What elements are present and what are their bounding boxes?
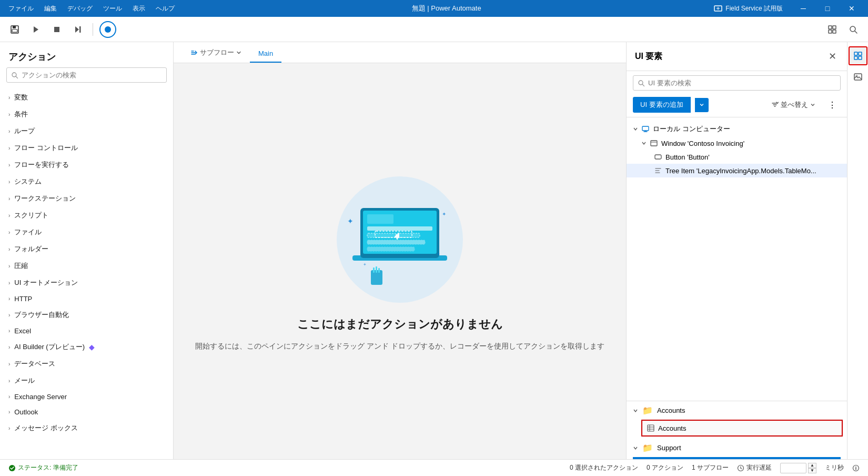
actions-count-status: 0 アクション: [647, 463, 683, 472]
menu-tools[interactable]: ツール: [99, 2, 126, 15]
action-message-box[interactable]: › メッセージ ボックス: [0, 420, 173, 437]
canvas-empty-description: 開始するには、このペインにアクションをドラッグ アンド ドロップするか、レコーダ…: [195, 341, 604, 352]
menu-file[interactable]: ファイル: [4, 2, 38, 15]
actions-search-container[interactable]: [6, 67, 167, 83]
action-run-flow[interactable]: › フローを実行する: [0, 156, 173, 173]
maximize-button[interactable]: □: [815, 0, 840, 17]
ui-panel-close-button[interactable]: ✕: [826, 48, 839, 64]
chevron-icon: ›: [8, 328, 10, 334]
selected-actions-status: 0 選択されたアクション: [570, 463, 638, 472]
svg-rect-17: [367, 226, 432, 231]
delay-info-icon[interactable]: [852, 464, 860, 472]
sort-icon: [771, 101, 779, 108]
step-button[interactable]: [69, 21, 86, 38]
svg-rect-36: [859, 52, 862, 55]
action-conditions[interactable]: › 条件: [0, 106, 173, 123]
search-button[interactable]: [845, 21, 862, 38]
expand-icon: [641, 141, 647, 146]
actions-search-input[interactable]: [22, 71, 162, 79]
delay-increment-button[interactable]: ▲: [808, 463, 816, 468]
action-flow-control[interactable]: › フロー コントロール: [0, 140, 173, 156]
elements-icon[interactable]: [824, 21, 841, 38]
svg-rect-27: [373, 267, 375, 273]
more-options-button[interactable]: ⋮: [824, 98, 841, 112]
save-button[interactable]: [6, 21, 23, 38]
minimize-button[interactable]: ─: [791, 0, 815, 17]
action-system[interactable]: › システム: [0, 173, 173, 190]
svg-rect-19: [367, 240, 425, 244]
window-title: 無題 | Power Automate: [189, 4, 703, 13]
svg-point-44: [855, 466, 856, 467]
action-workstation[interactable]: › ワークステーション: [0, 190, 173, 207]
action-outlook[interactable]: › Outlook: [0, 404, 173, 420]
action-ui-automation[interactable]: › UI オートメーション: [0, 274, 173, 291]
action-file[interactable]: › ファイル: [0, 224, 173, 241]
menu-help[interactable]: ヘルプ: [152, 2, 179, 15]
add-ui-element-button[interactable]: UI 要素の追加: [633, 97, 691, 113]
folder-icon: 📁: [642, 405, 653, 415]
svg-rect-29: [378, 268, 380, 273]
support-folder[interactable]: 📁 Support: [627, 439, 847, 457]
action-excel[interactable]: › Excel: [0, 323, 173, 339]
main-tab[interactable]: Main: [250, 45, 281, 63]
action-database[interactable]: › データベース: [0, 355, 173, 372]
chevron-icon: ›: [8, 280, 10, 286]
action-variables[interactable]: › 変数: [0, 89, 173, 106]
action-ai-builder[interactable]: › AI Builder (プレビュー) ◆: [0, 339, 173, 355]
close-button[interactable]: ✕: [840, 0, 864, 17]
record-button[interactable]: [99, 21, 116, 38]
chevron-icon: ›: [8, 230, 10, 235]
ui-panel-title: UI 要素: [635, 51, 662, 62]
info-icon: [852, 464, 860, 472]
tree-button[interactable]: Button 'Button': [627, 150, 847, 164]
tree-item-node[interactable]: Tree Item 'LegacyInvoicingApp.Models.Tab…: [627, 164, 847, 177]
svg-rect-3: [12, 29, 17, 32]
delay-value-input[interactable]: 100: [780, 463, 806, 473]
menu-view[interactable]: 表示: [128, 2, 149, 15]
ui-search-input[interactable]: [648, 79, 836, 87]
svg-rect-33: [655, 155, 661, 159]
delay-label: 実行遅延: [737, 463, 772, 472]
menu-debug[interactable]: デバッグ: [63, 2, 97, 15]
image-icon-button[interactable]: [849, 67, 867, 86]
collapse-icon: [633, 445, 638, 451]
chevron-icon: ›: [8, 112, 10, 117]
action-mail[interactable]: › メール: [0, 372, 173, 389]
action-scripting[interactable]: › スクリプト: [0, 207, 173, 224]
ui-elements-tree: ローカル コンピューター Window 'Contoso Invoicing' …: [627, 117, 847, 401]
delay-decrement-button[interactable]: ▼: [808, 468, 816, 473]
window-controls: ─ □ ✕: [791, 0, 864, 17]
menu-edit[interactable]: 編集: [40, 2, 61, 15]
action-folder[interactable]: › フォルダー: [0, 241, 173, 257]
action-compression[interactable]: › 圧縮: [0, 257, 173, 274]
ui-elements-icon-button[interactable]: [849, 46, 867, 65]
action-loops[interactable]: › ループ: [0, 123, 173, 140]
folder-icon: 📁: [642, 443, 653, 453]
chevron-icon: ›: [8, 196, 10, 202]
accounts-section: 📁 Accounts Accounts 📁 Support: [627, 401, 847, 459]
run-button[interactable]: [27, 21, 44, 38]
svg-rect-20: [367, 247, 415, 251]
svg-rect-38: [859, 56, 862, 60]
svg-text:✦: ✦: [363, 262, 367, 267]
tree-local-computer[interactable]: ローカル コンピューター: [627, 122, 847, 136]
add-ui-element-dropdown[interactable]: [695, 98, 709, 112]
subflow-tab[interactable]: サブフロー: [182, 44, 250, 63]
illustration: ✦ ✦ ✦ ✦: [321, 171, 479, 308]
action-http[interactable]: › HTTP: [0, 291, 173, 306]
delay-unit: ミリ秒: [825, 463, 844, 472]
action-browser-automation[interactable]: › ブラウザー自動化: [0, 306, 173, 323]
table-icon: [647, 424, 655, 432]
window-icon: [650, 139, 658, 147]
chevron-icon: ›: [8, 394, 10, 400]
sort-button[interactable]: 並べ替え: [767, 97, 820, 113]
accounts-folder-1[interactable]: 📁 Accounts: [627, 401, 847, 420]
svg-text:✦: ✦: [442, 211, 446, 217]
accounts-table-item[interactable]: Accounts: [641, 420, 843, 437]
tree-window[interactable]: Window 'Contoso Invoicing': [627, 136, 847, 150]
svg-rect-31: [642, 126, 649, 131]
canvas-area: サブフロー Main: [174, 42, 626, 459]
stop-button[interactable]: [48, 21, 65, 38]
ui-search-container[interactable]: [633, 75, 841, 91]
action-exchange[interactable]: › Exchange Server: [0, 389, 173, 404]
